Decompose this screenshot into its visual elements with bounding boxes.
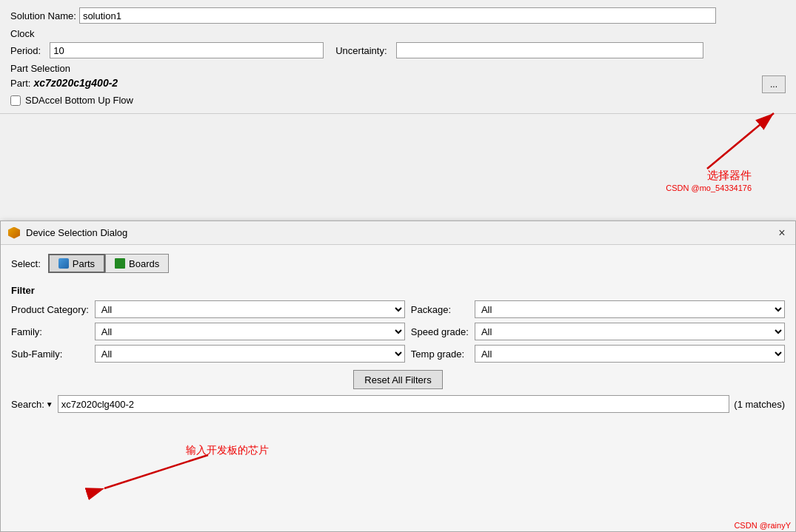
- search-arrow-svg: [60, 448, 282, 507]
- bottom-watermark: CSDN @rainyY: [734, 521, 791, 530]
- family-select[interactable]: All: [95, 323, 405, 340]
- period-label: Period:: [10, 45, 41, 56]
- boards-icon: [115, 258, 125, 269]
- tab-parts-button[interactable]: Parts: [48, 254, 105, 273]
- select-row: Select: Parts Boards: [11, 254, 785, 273]
- search-annotation-text: 输入开发板的芯片: [186, 444, 269, 457]
- sub-family-label: Sub-Family:: [11, 349, 89, 360]
- period-input[interactable]: [50, 42, 324, 58]
- device-selection-dialog: Device Selection Dialog × Select: Parts …: [0, 220, 796, 532]
- filter-label: Filter: [11, 285, 785, 296]
- reset-row: Reset All Filters: [11, 370, 785, 389]
- package-label: Package:: [411, 304, 469, 315]
- matches-count: (1 matches): [734, 399, 785, 410]
- period-row: Period: Uncertainty:: [10, 42, 786, 58]
- dialog-close-button[interactable]: ×: [775, 226, 789, 240]
- temp-grade-select[interactable]: All: [475, 345, 785, 363]
- search-annotation-area: 输入开发板的芯片: [60, 448, 282, 509]
- csdn-watermark-top: CSDN @mo_54334176: [666, 183, 752, 192]
- part-label: Part:: [10, 78, 30, 89]
- uncertainty-label: Uncertainty:: [335, 45, 387, 56]
- solution-name-label: Solution Name:: [10, 10, 76, 21]
- dialog-body: Select: Parts Boards Filter Product Cate…: [1, 245, 795, 422]
- solution-name-input[interactable]: [79, 7, 716, 24]
- sdaccel-checkbox[interactable]: [10, 95, 21, 106]
- reset-filters-button[interactable]: Reset All Filters: [353, 370, 442, 389]
- search-label: Search:: [11, 399, 44, 410]
- product-category-label: Product Category:: [11, 304, 89, 315]
- top-panel: Solution Name: Clock Period: Uncertainty…: [0, 0, 796, 114]
- clock-label: Clock: [10, 28, 786, 39]
- uncertainty-input[interactable]: [396, 42, 703, 58]
- tab-parts-label: Parts: [73, 258, 95, 269]
- tab-boards-label: Boards: [129, 258, 159, 269]
- solution-name-row: Solution Name:: [10, 7, 786, 24]
- search-input[interactable]: [58, 395, 730, 413]
- product-category-select[interactable]: All: [95, 300, 405, 318]
- part-value: xc7z020c1g400-2: [33, 77, 786, 89]
- select-label: Select:: [11, 258, 41, 269]
- temp-grade-label: Temp grade:: [411, 349, 469, 360]
- speed-grade-label: Speed grade:: [411, 326, 469, 337]
- speed-grade-select[interactable]: All: [475, 323, 785, 340]
- search-row: Search: ▼ (1 matches): [11, 395, 785, 413]
- clock-section: Clock Period: Uncertainty:: [10, 28, 786, 58]
- sub-family-select[interactable]: All: [95, 345, 405, 363]
- sdaccel-row: SDAccel Bottom Up Flow: [10, 95, 786, 106]
- part-select-button[interactable]: ...: [762, 75, 786, 93]
- part-row: Part: xc7z020c1g400-2 ...: [10, 77, 786, 89]
- package-select[interactable]: All: [475, 300, 785, 318]
- dialog-title: Device Selection Dialog: [26, 227, 127, 238]
- search-dropdown-button[interactable]: Search: ▼: [11, 399, 53, 410]
- filter-grid: Product Category: All Package: All Famil…: [11, 300, 785, 363]
- svg-line-3: [104, 455, 208, 488]
- tab-boards-button[interactable]: Boards: [105, 254, 169, 273]
- family-label: Family:: [11, 326, 89, 337]
- parts-icon: [58, 258, 69, 269]
- part-selection-section: Part Selection Part: xc7z020c1g400-2 ...: [10, 63, 786, 89]
- svg-line-1: [707, 113, 774, 169]
- sdaccel-label: SDAccel Bottom Up Flow: [25, 95, 133, 106]
- dialog-titlebar: Device Selection Dialog ×: [1, 221, 795, 245]
- annotation-text: 选择器件: [707, 169, 752, 183]
- part-selection-label: Part Selection: [10, 63, 786, 74]
- dialog-icon: [8, 227, 20, 239]
- search-chevron-icon: ▼: [46, 400, 53, 408]
